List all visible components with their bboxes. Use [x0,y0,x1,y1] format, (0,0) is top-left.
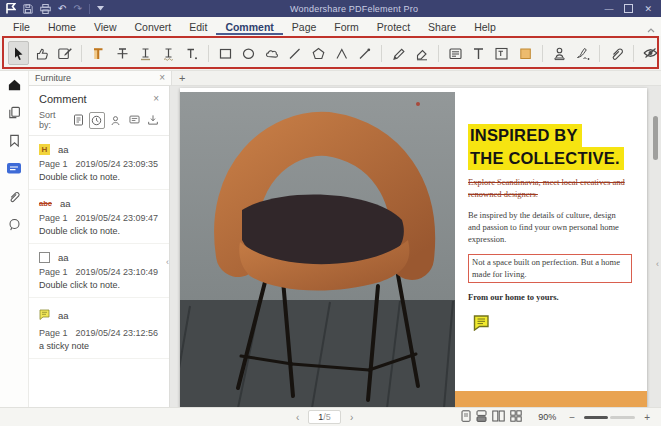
menu-convert[interactable]: Convert [126,19,181,34]
note-box-tool[interactable] [445,41,466,65]
bookmarks-icon[interactable] [6,132,23,149]
redo-icon[interactable]: ↷ [73,4,81,14]
attachments-icon[interactable] [6,188,23,205]
comment-item-sticky-note[interactable]: aa Page 1 2019/05/24 23:12:56 a sticky n… [29,298,169,359]
zoom-out-button[interactable]: − [566,412,578,423]
comment-item-highlight[interactable]: H aa Page 1 2019/05/24 23:09:35 Double c… [29,136,169,190]
sticky-note-icon[interactable] [473,315,633,335]
eraser-tool[interactable] [411,41,432,65]
line-tool[interactable] [284,41,305,65]
panel-close-icon[interactable]: × [153,94,159,104]
document-viewport[interactable]: INSPIRED BY THE COLLECTIVE. Explore Scan… [170,86,661,407]
app-logo-icon [6,3,16,14]
area-highlight-tool[interactable] [514,41,535,65]
save-icon[interactable] [23,4,33,14]
scrollbar-thumb[interactable] [653,116,658,160]
page-number-input[interactable]: 1/5 [308,410,341,424]
tab-add-icon[interactable]: + [172,71,192,85]
strikethrough-tool[interactable] [111,41,132,65]
rectangle-annotation-icon [39,252,50,263]
main-area: Furniture × + Comment × Sort by: [0,71,661,407]
menu-view[interactable]: View [85,19,126,34]
close-button[interactable]: ✕ [644,4,652,14]
comment-item-rectangle[interactable]: aa Page 1 2019/05/24 23:10:49 Double cli… [29,244,169,298]
two-page-view-icon[interactable] [492,410,505,424]
underline-tool[interactable] [135,41,156,65]
single-page-view-icon[interactable] [461,410,471,424]
sort-by-time-icon[interactable] [89,112,105,129]
comments-icon[interactable] [6,160,23,177]
cloud-tool[interactable] [261,41,282,65]
continuous-view-icon[interactable] [476,410,487,424]
sort-by-type-icon[interactable] [127,112,143,129]
titlebar-separator [89,4,90,14]
hand-tool[interactable] [31,41,52,65]
body-paragraph: Be inspired by the details of culture, d… [468,210,628,246]
highlight-tool[interactable] [88,41,109,65]
comment-text: Double click to note. [39,172,159,182]
attachment-tool[interactable] [606,41,627,65]
rectangle-tool[interactable] [215,41,236,65]
customize-toolbar-dropdown-icon[interactable] [97,6,104,11]
zoom-in-button[interactable]: + [641,412,653,423]
comment-time: 2019/05/24 23:09:47 [76,213,159,223]
document-scrollbar[interactable] [652,90,659,403]
menu-help[interactable]: Help [465,19,505,34]
menu-edit[interactable]: Edit [180,19,216,34]
highlight-annotation-icon: H [39,144,50,155]
search-chat-icon[interactable] [6,216,23,233]
panel-collapse-arrow[interactable]: ‹ [166,258,169,267]
rectangle-annotation[interactable]: Not a space built on perfection. But a h… [468,254,632,284]
sort-bar: Sort by: [29,108,169,136]
pencil-tool[interactable] [388,41,409,65]
arrow-tool[interactable] [354,41,375,65]
previous-page-icon[interactable]: ‹ [296,412,299,423]
comment-item-strikethrough[interactable]: abc aa Page 1 2019/05/24 23:09:47 Double… [29,190,169,244]
note-tool[interactable] [54,41,75,65]
squiggly-underline-tool[interactable] [158,41,179,65]
typewriter-tool[interactable] [468,41,489,65]
page-text-column: INSPIRED BY THE COLLECTIVE. Explore Scan… [455,88,647,408]
next-page-icon[interactable]: › [350,412,353,423]
right-panel-collapse-arrow[interactable]: ‹ [656,260,659,269]
polygon-tool[interactable] [308,41,329,65]
home-icon[interactable] [6,76,23,93]
oval-tool[interactable] [238,41,259,65]
minimize-button[interactable]: — [604,4,613,14]
undo-icon[interactable]: ↶ [58,4,66,14]
sort-by-page-icon[interactable] [70,112,86,129]
menu-page[interactable]: Page [283,19,326,34]
tab-close-icon[interactable]: × [159,73,165,83]
hide-annotations-tool[interactable] [640,41,661,65]
view-mode-buttons [461,410,522,424]
comment-panel: Comment × Sort by: H [29,86,170,407]
comment-author: aa [60,198,71,209]
menu-form[interactable]: Form [325,19,368,34]
maximize-button[interactable] [624,4,633,13]
heading-line-1: INSPIRED BY [468,124,582,147]
strikethrough-annotation[interactable]: Explore Scandinavia, meet local creative… [468,177,628,201]
document-tab[interactable]: Furniture × [29,71,172,85]
menu-comment[interactable]: Comment [216,19,282,35]
menu-file[interactable]: File [4,19,39,34]
grid-view-icon[interactable] [510,410,522,424]
sticky-note-annotation-icon [39,306,50,324]
text-box-tool[interactable] [491,41,512,65]
select-tool[interactable] [8,41,29,65]
toolbar-separator [381,45,382,62]
thumbnails-icon[interactable] [6,104,23,121]
print-icon[interactable] [40,4,51,14]
highlighted-heading[interactable]: INSPIRED BY THE COLLECTIVE. [468,124,633,170]
menu-home[interactable]: Home [39,19,85,34]
insert-text-tool[interactable] [181,41,202,65]
stamp-tool[interactable] [548,41,569,65]
export-comments-icon[interactable] [145,112,161,129]
zoom-slider[interactable] [584,416,635,419]
document-tab-label: Furniture [35,73,71,83]
menu-share[interactable]: Share [419,19,465,34]
menu-protect[interactable]: Protect [368,19,419,34]
collapse-ribbon-icon[interactable] [647,23,655,35]
signature-tool[interactable] [572,41,593,65]
sort-by-author-icon[interactable] [108,112,124,129]
connected-lines-tool[interactable] [331,41,352,65]
